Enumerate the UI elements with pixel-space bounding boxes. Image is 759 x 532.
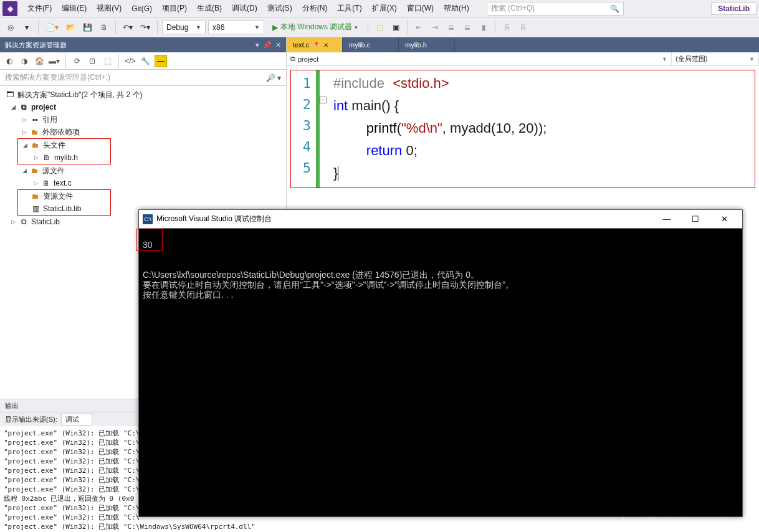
separator: [65, 54, 66, 68]
toolbar: ◎ ▾ 📄▾ 📂 💾 🗎 ↶▾ ↷▾ Debug▼ x86▼ ▶本地 Windo…: [0, 17, 759, 37]
line-gutter: 12345: [291, 70, 316, 188]
menu-extensions[interactable]: 扩展(X): [367, 1, 402, 16]
tb-icon-2[interactable]: ▣: [389, 21, 403, 34]
console-icon: C:\: [143, 214, 153, 224]
pin-icon[interactable]: 📌: [263, 41, 272, 49]
minimize-button[interactable]: —: [652, 210, 681, 229]
menu-view[interactable]: 视图(V): [92, 1, 126, 16]
menu-edit[interactable]: 编辑(E): [57, 1, 92, 16]
tab-text-c[interactable]: text.c📍✕: [287, 37, 343, 52]
start-debug-button[interactable]: ▶本地 Windows 调试器▾: [267, 21, 363, 34]
tab-mylib-h[interactable]: mylib.h: [399, 37, 455, 52]
tb-icon-4[interactable]: ⇥: [428, 21, 442, 34]
nav-fwd-button[interactable]: ▾: [20, 21, 34, 34]
close-icon[interactable]: ✕: [275, 41, 281, 49]
quick-search[interactable]: 搜索 (Ctrl+Q) 🔍: [487, 2, 624, 16]
tree-references[interactable]: ▷▪▪引用: [0, 113, 286, 126]
nav-project-dropdown[interactable]: ⧉project▼: [287, 52, 672, 65]
debug-console-window: C:\ Microsoft Visual Studio 调试控制台 — ☐ ✕ …: [138, 209, 743, 517]
properties-icon[interactable]: ⬚: [102, 55, 113, 67]
output-highlight-box: [136, 229, 163, 251]
close-icon[interactable]: ✕: [323, 42, 328, 49]
close-button[interactable]: ✕: [710, 210, 738, 229]
new-project-button[interactable]: 📄▾: [43, 21, 61, 34]
tb-icon-3[interactable]: ⇤: [412, 21, 426, 34]
solution-explorer-header: 解决方案资源管理器 ▾📌✕: [0, 37, 286, 52]
separator: [115, 21, 116, 34]
menu-build[interactable]: 生成(B): [192, 1, 227, 16]
code-icon[interactable]: </>: [125, 55, 136, 67]
nav-back-button[interactable]: ◎: [4, 21, 17, 34]
tree-resources[interactable]: 🖿资源文件: [18, 190, 110, 202]
dropdown-icon[interactable]: ▾: [255, 41, 259, 49]
tree-mylib-h[interactable]: ▷🗎mylib.h: [18, 151, 110, 164]
menu-window[interactable]: 窗口(W): [402, 1, 439, 16]
refresh-icon[interactable]: ⟳: [72, 55, 83, 67]
separator: [157, 21, 158, 34]
pending-changes-button[interactable]: —: [155, 55, 167, 67]
separator: [38, 21, 39, 34]
fold-column: −: [320, 70, 328, 188]
maximize-button[interactable]: ☐: [681, 210, 710, 229]
console-titlebar[interactable]: C:\ Microsoft Visual Studio 调试控制台 — ☐ ✕: [139, 210, 742, 229]
menu-analyze[interactable]: 分析(N): [297, 1, 333, 16]
home2-icon[interactable]: 🏠: [34, 55, 45, 67]
console-title: Microsoft Visual Studio 调试控制台: [156, 214, 272, 224]
config-dropdown[interactable]: Debug▼: [162, 21, 206, 34]
tb-icon-8[interactable]: ⎘: [500, 21, 513, 34]
tree-text-c[interactable]: ▷🗎text.c: [0, 177, 286, 189]
undo-button[interactable]: ↶▾: [120, 21, 135, 34]
solution-explorer-toolbar: ◐ ◑ 🏠 ▬▾ ⟳ ⊡ ⬚ </> 🔧 —: [0, 52, 286, 70]
open-file-button[interactable]: 📂: [64, 21, 78, 34]
code-content[interactable]: #include <stdio.h> int main() { printf("…: [328, 70, 551, 188]
menu-project[interactable]: 项目(P): [157, 1, 192, 16]
document-tabs: text.c📍✕ mylib.c mylib.h: [287, 37, 759, 52]
tree-sources[interactable]: ◢🖿源文件: [0, 164, 286, 177]
vs-logo-icon: ◈: [2, 1, 17, 16]
nav-scope-dropdown[interactable]: (全局范围)▼: [672, 52, 759, 65]
pin-icon[interactable]: 📍: [313, 42, 320, 48]
save-all-button[interactable]: 🗎: [97, 21, 111, 34]
tb-icon-1[interactable]: ⬚: [373, 21, 386, 34]
platform-dropdown[interactable]: x86▼: [208, 21, 264, 34]
redo-button[interactable]: ↷▾: [138, 21, 153, 34]
tree-external-deps[interactable]: ▷🖿外部依赖项: [0, 126, 286, 138]
navigation-bar: ⧉project▼ (全局范围)▼: [287, 52, 759, 66]
tb-icon-9[interactable]: ⎘: [516, 21, 530, 34]
search-icon: 🔍: [610, 4, 619, 13]
solution-explorer-search[interactable]: 搜索解决方案资源管理器(Ctrl+;) 🔎 ▾: [0, 70, 286, 86]
menu-tools[interactable]: 工具(T): [332, 1, 366, 16]
showall-icon[interactable]: ▬▾: [49, 55, 60, 67]
wrench-icon[interactable]: 🔧: [140, 55, 151, 67]
code-editor[interactable]: 12345 − #include <stdio.h> int main() { …: [290, 70, 755, 188]
search-icon: 🔎 ▾: [266, 74, 281, 82]
collapse-icon[interactable]: ⊡: [87, 55, 98, 67]
separator: [407, 21, 408, 34]
console-body[interactable]: 30 C:\Users\lxf\source\repos\StaticLib\D…: [139, 229, 742, 311]
menu-test[interactable]: 测试(S): [262, 1, 297, 16]
startup-project-label[interactable]: StaticLib: [711, 2, 757, 15]
tree-staticlib-lib[interactable]: ▥StaticLib.lib: [18, 202, 110, 215]
separator: [495, 21, 495, 34]
menu-help[interactable]: 帮助(H): [439, 1, 474, 16]
tree-solution-root[interactable]: 🗔解决方案"StaticLib"(2 个项目, 共 2 个): [0, 88, 286, 101]
menubar: ◈ 文件(F) 编辑(E) 视图(V) Git(G) 项目(P) 生成(B) 调…: [0, 0, 759, 17]
tab-mylib-c[interactable]: mylib.c: [343, 37, 399, 52]
tb-icon-6[interactable]: ≣: [461, 21, 474, 34]
output-source-dropdown[interactable]: 调试: [61, 414, 92, 425]
menu-debug[interactable]: 调试(D): [227, 1, 262, 16]
menu-git[interactable]: Git(G): [126, 2, 157, 16]
save-button[interactable]: 💾: [80, 21, 95, 34]
separator: [368, 21, 368, 34]
home-icon[interactable]: ◐: [4, 55, 15, 67]
menu-file[interactable]: 文件(F): [22, 1, 57, 16]
watermark: https://blog.csdn.net/smartboy_01: [622, 516, 753, 526]
sync-icon[interactable]: ◑: [19, 55, 30, 67]
tree-headers[interactable]: ◢🖿头文件: [18, 139, 110, 151]
tree-project[interactable]: ◢⧉project: [0, 101, 286, 113]
search-placeholder: 搜索 (Ctrl+Q): [491, 3, 535, 14]
fold-toggle[interactable]: −: [320, 97, 327, 103]
tb-icon-5[interactable]: ≣: [444, 21, 458, 34]
tb-icon-7[interactable]: ▮: [477, 21, 490, 34]
separator: [118, 54, 119, 68]
